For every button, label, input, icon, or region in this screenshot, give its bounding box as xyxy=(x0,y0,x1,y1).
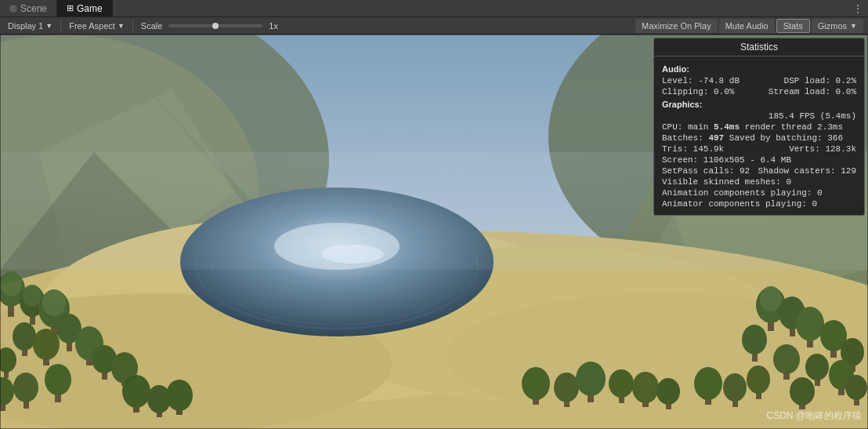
screen-row: Screen: 1106x505 - 6.4 MB xyxy=(662,155,856,165)
svg-point-35 xyxy=(33,329,60,360)
fps-value: 185.4 FPS (5.4ms) xyxy=(769,111,856,121)
svg-point-88 xyxy=(576,362,606,396)
batches-row: Batches: 497 Saved by batching: 366 xyxy=(662,133,856,143)
svg-point-78 xyxy=(122,375,150,408)
svg-point-98 xyxy=(723,373,747,402)
tris-value: Tris: 145.9k xyxy=(662,144,724,154)
verts-value: Verts: 128.3k xyxy=(789,144,856,154)
aspect-selector[interactable]: Free Aspect ▼ xyxy=(66,19,128,33)
stats-button[interactable]: Stats xyxy=(776,19,810,33)
tris-verts-row: Tris: 145.9k Verts: 128.3k xyxy=(662,144,856,154)
svg-point-68 xyxy=(805,354,829,380)
display-arrow-icon: ▼ xyxy=(45,22,52,30)
tab-game[interactable]: ⊞ Game xyxy=(57,0,113,16)
setpass-value: SetPass calls: 92 xyxy=(662,166,750,176)
audio-clipping-row: Clipping: 0.0% Stream load: 0.0% xyxy=(662,87,856,96)
gizmos-arrow-icon: ▼ xyxy=(850,22,857,30)
cpu-label: CPU: main 5.4ms render thread 2.3ms xyxy=(662,122,843,132)
audio-stream-load: Stream load: 0.0% xyxy=(769,87,856,96)
gizmos-label: Gizmos xyxy=(818,21,847,31)
animation-components-row: Animation components playing: 0 xyxy=(662,188,856,198)
svg-point-76 xyxy=(790,377,815,405)
svg-point-25 xyxy=(0,271,22,296)
screen-value: Screen: 1106x505 - 6.4 MB xyxy=(662,155,791,165)
gizmos-button[interactable]: Gizmos ▼ xyxy=(812,19,863,33)
fps-row: 185.4 FPS (5.4ms) xyxy=(662,111,856,121)
shadow-casters-value: Shadow casters: 129 xyxy=(758,166,856,176)
visible-skinned-value: Visible skinned meshes: 0 xyxy=(662,177,791,187)
tab-scene[interactable]: ◎ Scene xyxy=(0,0,57,16)
svg-point-90 xyxy=(609,369,634,398)
svg-point-72 xyxy=(845,375,867,400)
animation-components-value: Animation components playing: 0 xyxy=(662,188,823,198)
aspect-label: Free Aspect xyxy=(69,21,115,31)
svg-point-94 xyxy=(656,378,680,405)
display-label: Display 1 xyxy=(8,21,43,31)
svg-point-92 xyxy=(632,372,659,403)
toolbar-divider-1 xyxy=(60,20,61,31)
visible-skinned-row: Visible skinned meshes: 0 xyxy=(662,177,856,187)
graphics-section-header: Graphics: xyxy=(662,100,856,109)
scene-icon: ◎ xyxy=(9,3,17,13)
cpu-row: CPU: main 5.4ms render thread 2.3ms xyxy=(662,122,856,132)
animator-components-row: Animator components playing: 0 xyxy=(662,199,856,209)
display-selector[interactable]: Display 1 ▼ xyxy=(5,19,56,33)
mute-audio-button[interactable]: Mute Audio xyxy=(719,19,775,33)
scale-value: 1x xyxy=(269,21,278,31)
svg-point-84 xyxy=(522,367,550,400)
batches-label: Batches: 497 Saved by batching: 366 xyxy=(662,133,843,143)
audio-level-row: Level: -74.8 dB DSP load: 0.2% xyxy=(662,76,856,85)
svg-point-54 xyxy=(760,286,782,311)
game-icon: ⊞ xyxy=(67,3,74,13)
game-view: Statistics Audio: Level: -74.8 dB DSP lo… xyxy=(0,35,868,429)
watermark: CSDN @咆哮的程序猿 xyxy=(766,409,862,423)
tab-game-label: Game xyxy=(77,3,103,14)
setpass-shadow-row: SetPass calls: 92 Shadow casters: 129 xyxy=(662,166,856,176)
scale-label: Scale xyxy=(141,21,163,31)
svg-point-96 xyxy=(694,367,722,400)
tab-scene-label: Scene xyxy=(20,3,47,14)
toolbar: Display 1 ▼ Free Aspect ▼ Scale 1x Maxim… xyxy=(0,17,868,35)
scale-slider[interactable] xyxy=(168,24,262,27)
statistics-title: Statistics xyxy=(654,38,864,56)
svg-point-33 xyxy=(13,322,36,351)
cpu-value: 5.4ms xyxy=(714,122,740,132)
svg-point-86 xyxy=(554,373,579,402)
svg-point-74 xyxy=(747,365,770,394)
toolbar-right: Maximize On Play Mute Audio Stats Gizmos… xyxy=(635,19,863,33)
svg-point-58 xyxy=(796,307,824,341)
batches-value: 497 xyxy=(708,133,724,143)
aspect-arrow-icon: ▼ xyxy=(118,22,125,30)
svg-point-66 xyxy=(773,344,800,374)
audio-section-header: Audio: xyxy=(662,64,856,74)
svg-point-51 xyxy=(45,364,71,395)
maximize-on-play-button[interactable]: Maximize On Play xyxy=(635,19,718,33)
statistics-panel: Statistics Audio: Level: -74.8 dB DSP lo… xyxy=(653,38,865,216)
toolbar-divider-2 xyxy=(132,20,133,31)
audio-dsp-load: DSP load: 0.2% xyxy=(784,76,856,85)
scale-thumb xyxy=(212,23,219,29)
svg-point-49 xyxy=(13,373,38,402)
svg-point-28 xyxy=(23,285,42,307)
animator-components-value: Animator components playing: 0 xyxy=(662,199,817,209)
svg-point-64 xyxy=(742,325,767,354)
audio-level: Level: -74.8 dB xyxy=(662,76,740,85)
svg-point-82 xyxy=(166,380,193,411)
tab-bar: ◎ Scene ⊞ Game ⋮ xyxy=(0,0,868,17)
statistics-content: Audio: Level: -74.8 dB DSP load: 0.2% Cl… xyxy=(654,56,864,215)
more-options-icon[interactable]: ⋮ xyxy=(852,2,863,15)
svg-point-31 xyxy=(42,289,66,316)
audio-clipping: Clipping: 0.0% xyxy=(662,87,734,96)
